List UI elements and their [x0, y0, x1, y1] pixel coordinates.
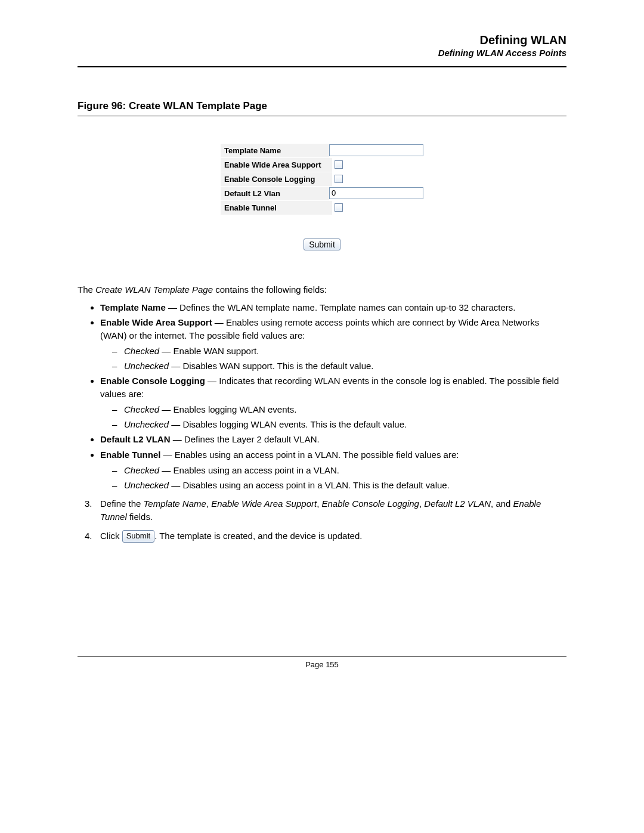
page-footer: Page 155 — [0, 656, 644, 669]
field-desc: Enables using an access point in a VLAN.… — [175, 450, 459, 460]
body-text: The Create WLAN Template Page contains t… — [78, 283, 566, 543]
field-enable-tunnel: Enable Tunnel — Enables using an access … — [100, 448, 566, 491]
log-unchecked: Unchecked — Disables logging WLAN events… — [124, 418, 566, 431]
form-screenshot: Template Name Enable Wide Area Support E… — [221, 143, 423, 250]
label-enable-tunnel: Enable Tunnel — [221, 200, 332, 215]
log-checked: Checked — Enables logging WLAN events. — [124, 403, 566, 416]
label-template-name: Template Name — [221, 143, 329, 157]
form-row-enable-tunnel: Enable Tunnel — [221, 200, 423, 215]
label-enable-log: Enable Console Logging — [221, 172, 332, 186]
intro-paragraph: The Create WLAN Template Page contains t… — [78, 283, 566, 296]
header-rule — [78, 66, 566, 67]
submit-button[interactable]: Submit — [304, 239, 340, 250]
field-name: Template Name — [100, 302, 166, 312]
step-3: Define the Template Name, Enable Wide Ar… — [100, 497, 566, 524]
field-default-l2: Default L2 VLAN — Defines the Layer 2 de… — [100, 433, 566, 446]
field-template-name: Template Name — Defines the WLAN templat… — [100, 301, 566, 314]
tunnel-checked: Checked — Enables using an access point … — [124, 464, 566, 477]
field-name: Enable Wide Area Support — [100, 317, 212, 327]
wan-unchecked: Unchecked — Disables WAN support. This i… — [124, 360, 566, 373]
field-name: Default L2 VLAN — [100, 434, 171, 444]
submit-button-inline: Submit — [122, 530, 154, 543]
input-template-name[interactable] — [329, 144, 423, 156]
label-default-l2: Default L2 Vlan — [221, 186, 329, 200]
intro-lead: The — [78, 284, 95, 295]
field-desc: Defines the WLAN template name. Template… — [179, 302, 515, 312]
form-row-enable-log: Enable Console Logging — [221, 172, 423, 186]
input-default-l2[interactable] — [329, 187, 423, 199]
form-row-template-name: Template Name — [221, 143, 423, 157]
figure-caption: Figure 96: Create WLAN Template Page — [78, 100, 566, 112]
running-head-main: Defining WLAN — [78, 33, 566, 48]
field-enable-wan: Enable Wide Area Support — Enables using… — [100, 316, 566, 372]
wan-checked: Checked — Enable WAN support. — [124, 345, 566, 358]
field-name: Enable Console Logging — [100, 376, 205, 386]
checkbox-enable-log[interactable] — [335, 175, 343, 183]
checkbox-enable-wan[interactable] — [335, 160, 343, 169]
intro-rest: contains the following fields: — [213, 284, 327, 295]
form-row-default-l2: Default L2 Vlan — [221, 186, 423, 200]
field-name: Enable Tunnel — [100, 450, 160, 460]
footer-rule — [78, 656, 566, 657]
checkbox-enable-tunnel[interactable] — [335, 203, 343, 212]
field-enable-log: Enable Console Logging — Indicates that … — [100, 374, 566, 431]
running-head-sub: Defining WLAN Access Points — [78, 48, 566, 59]
field-list: Template Name — Defines the WLAN templat… — [78, 301, 566, 492]
field-desc: Defines the Layer 2 default VLAN. — [184, 434, 320, 444]
form-row-enable-wan: Enable Wide Area Support — [221, 157, 423, 172]
intro-page-name: Create WLAN Template Page — [95, 284, 213, 295]
label-enable-wan: Enable Wide Area Support — [221, 157, 332, 172]
page-number: Page 155 — [305, 660, 339, 669]
document-page: Defining WLAN Defining WLAN Access Point… — [0, 0, 644, 833]
tunnel-unchecked: Unchecked — Disables using an access poi… — [124, 479, 566, 492]
step-4: Click Submit. The template is created, a… — [100, 529, 566, 543]
figure-rule — [78, 116, 566, 116]
running-head: Defining WLAN Defining WLAN Access Point… — [78, 33, 566, 59]
steps-list: Define the Template Name, Enable Wide Ar… — [78, 497, 566, 542]
